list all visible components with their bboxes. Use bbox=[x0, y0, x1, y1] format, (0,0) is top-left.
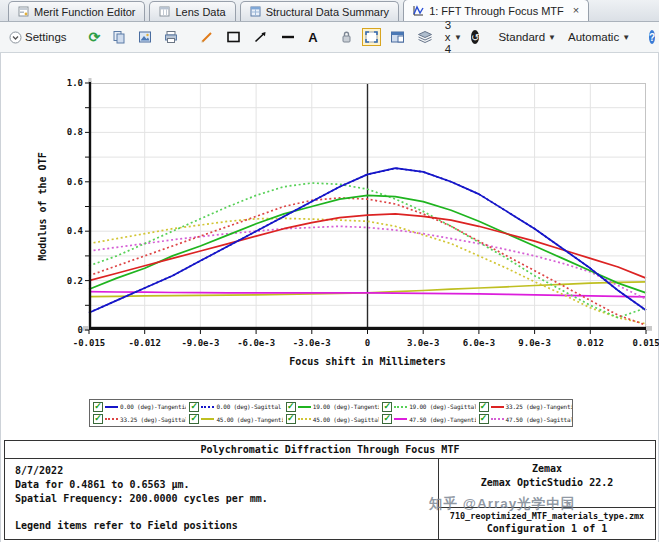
x-tick-label: 9.0e-3 bbox=[509, 338, 561, 348]
plot-info-panel: Polychromatic Diffraction Through Focus … bbox=[4, 440, 656, 540]
settings-button[interactable]: Settings bbox=[6, 29, 70, 46]
pencil-tool-icon[interactable] bbox=[197, 28, 217, 46]
y-tick-label: 0.6 bbox=[41, 177, 83, 187]
legend-line-sample bbox=[105, 418, 118, 420]
legend-entry[interactable]: ✓33.25 (deg)-Sagittal bbox=[90, 414, 186, 424]
x-tick-labels: -0.015-0.012-9.0e-3-6.0e-3-3.0e-303.0e-3… bbox=[89, 338, 646, 350]
print-icon[interactable] bbox=[161, 28, 181, 46]
legend-label: 33.25 (deg)-Tangential bbox=[506, 403, 572, 410]
legend-checkbox-icon[interactable]: ✓ bbox=[286, 402, 296, 412]
legend-checkbox-icon[interactable]: ✓ bbox=[382, 402, 392, 412]
legend-box: ✓0.00 (deg)-Tangential✓0.00 (deg)-Sagitt… bbox=[89, 399, 573, 427]
legend-label: 19.00 (deg)-Sagittal bbox=[409, 403, 475, 410]
grid-layout-dropdown[interactable]: 3 x 4 ▼ bbox=[442, 17, 465, 57]
legend-note-text: Legend items refer to Field positions bbox=[15, 519, 428, 533]
lock-icon[interactable] bbox=[337, 28, 356, 46]
zoom-to-fit-button[interactable] bbox=[362, 28, 381, 46]
chevron-down-icon bbox=[9, 31, 22, 44]
tab-lens-data[interactable]: Lens Data bbox=[149, 1, 235, 21]
configuration-text: Configuration 1 of 1 bbox=[439, 523, 655, 534]
lens-data-icon bbox=[159, 6, 170, 17]
help-icon[interactable]: ? bbox=[649, 30, 655, 44]
line-tool-icon[interactable] bbox=[277, 28, 299, 46]
arrow-tool-icon[interactable] bbox=[250, 28, 271, 46]
legend-entry[interactable]: ✓33.25 (deg)-Tangential bbox=[476, 402, 572, 412]
automatic-label: Automatic bbox=[568, 31, 619, 43]
legend-checkbox-icon[interactable]: ✓ bbox=[382, 414, 392, 424]
legend-label: 19.00 (deg)-Tangential bbox=[313, 403, 379, 410]
standard-dropdown[interactable]: Standard ▼ bbox=[495, 29, 559, 45]
window-layout-icon[interactable] bbox=[387, 28, 408, 46]
y-tick-label: 0.2 bbox=[41, 276, 83, 286]
tab-label: Lens Data bbox=[175, 6, 225, 18]
legend-label: 45.00 (deg)-Sagittal bbox=[313, 416, 379, 423]
legend-row: ✓33.25 (deg)-Sagittal✓45.00 (deg)-Tangen… bbox=[90, 413, 572, 425]
legend-checkbox-icon[interactable]: ✓ bbox=[93, 414, 103, 424]
x-axis-title: Focus shift in Millimeters bbox=[89, 356, 646, 367]
brand-name: Zemax bbox=[439, 462, 655, 476]
tab-label: Structural Data Summary bbox=[266, 6, 389, 18]
mtf-plot-area[interactable] bbox=[89, 83, 646, 330]
x-tick-label: 0.012 bbox=[564, 338, 616, 348]
legend-entry[interactable]: ✓45.00 (deg)-Tangential bbox=[186, 414, 282, 424]
watermark: 知乎 @Array光学中国 bbox=[429, 495, 575, 513]
text-tool-icon[interactable]: A bbox=[305, 28, 320, 47]
legend-checkbox-icon[interactable]: ✓ bbox=[479, 414, 489, 424]
close-tab-icon[interactable]: × bbox=[573, 5, 579, 16]
reset-zoom-icon[interactable]: ↺ bbox=[471, 30, 479, 44]
tab-merit-function-editor[interactable]: Merit Function Editor bbox=[8, 1, 145, 21]
tab-label: Merit Function Editor bbox=[34, 6, 135, 18]
legend-label: 33.25 (deg)-Sagittal bbox=[120, 416, 186, 423]
legend-checkbox-icon[interactable]: ✓ bbox=[189, 402, 199, 412]
x-tick-label: -6.0e-3 bbox=[230, 338, 282, 348]
legend-entry[interactable]: ✓19.00 (deg)-Sagittal bbox=[379, 402, 475, 412]
y-tick-label: 0 bbox=[41, 325, 83, 335]
legend-label: 47.50 (deg)-Tangential bbox=[409, 416, 475, 423]
x-tick-label: -9.0e-3 bbox=[174, 338, 226, 348]
chevron-down-icon: ▼ bbox=[622, 33, 630, 42]
x-tick-label: 3.0e-3 bbox=[397, 338, 449, 348]
wavelength-range-text: Data for 0.4861 to 0.6563 µm. bbox=[15, 478, 428, 492]
legend-line-sample bbox=[394, 406, 407, 408]
tab-bar: Merit Function Editor Lens Data Structur… bbox=[0, 0, 659, 22]
y-tick-label: 0.8 bbox=[41, 127, 83, 137]
legend-checkbox-icon[interactable]: ✓ bbox=[93, 402, 103, 412]
copy-icon[interactable] bbox=[109, 28, 129, 46]
x-tick-label: -3.0e-3 bbox=[286, 338, 338, 348]
legend-label: 45.00 (deg)-Tangential bbox=[216, 416, 282, 423]
standard-label: Standard bbox=[498, 31, 545, 43]
refresh-icon[interactable]: ⟳ bbox=[86, 29, 104, 45]
automatic-dropdown[interactable]: Automatic ▼ bbox=[565, 29, 633, 45]
legend-entry[interactable]: ✓0.00 (deg)-Tangential bbox=[90, 402, 186, 412]
legend-entry[interactable]: ✓19.00 (deg)-Tangential bbox=[283, 402, 379, 412]
toolbar: Settings ⟳ A 3 x 4 ▼ ↺ Standard ▼ Automa… bbox=[0, 22, 659, 53]
tab-structural-data-summary[interactable]: Structural Data Summary bbox=[240, 1, 399, 21]
rectangle-tool-icon[interactable] bbox=[223, 28, 244, 46]
y-tick-label: 1.0 bbox=[41, 78, 83, 88]
y-tick-label: 0.4 bbox=[41, 226, 83, 236]
chevron-down-icon: ▼ bbox=[454, 33, 462, 42]
settings-label: Settings bbox=[25, 31, 67, 43]
save-image-icon[interactable] bbox=[135, 28, 155, 46]
legend-line-sample bbox=[201, 418, 214, 420]
legend-checkbox-icon[interactable]: ✓ bbox=[286, 414, 296, 424]
legend-entry[interactable]: ✓45.00 (deg)-Sagittal bbox=[283, 414, 379, 424]
x-tick-label: 0 bbox=[342, 338, 394, 348]
tab-label: 1: FFT Through Focus MTF bbox=[429, 5, 564, 17]
legend-line-sample bbox=[394, 418, 407, 420]
legend-line-sample bbox=[105, 406, 118, 408]
legend-entry[interactable]: ✓47.50 (deg)-Sagittal bbox=[476, 414, 572, 424]
legend-entry[interactable]: ✓47.50 (deg)-Tangential bbox=[379, 414, 475, 424]
plot-info-left: 8/7/2022 Data for 0.4861 to 0.6563 µm. S… bbox=[5, 459, 438, 540]
layers-icon[interactable] bbox=[414, 28, 436, 46]
legend-entry[interactable]: ✓0.00 (deg)-Sagittal bbox=[186, 402, 282, 412]
x-tick-label: -0.015 bbox=[63, 338, 115, 348]
x-tick-label: 0.015 bbox=[620, 338, 659, 348]
legend-row: ✓0.00 (deg)-Tangential✓0.00 (deg)-Sagitt… bbox=[90, 401, 572, 413]
merit-function-icon bbox=[18, 6, 29, 17]
legend-label: 0.00 (deg)-Sagittal bbox=[216, 403, 281, 410]
legend-checkbox-icon[interactable]: ✓ bbox=[479, 402, 489, 412]
tab-fft-through-focus-mtf[interactable]: 1: FFT Through Focus MTF × bbox=[403, 0, 589, 21]
legend-checkbox-icon[interactable]: ✓ bbox=[189, 414, 199, 424]
structural-data-icon bbox=[250, 6, 261, 17]
